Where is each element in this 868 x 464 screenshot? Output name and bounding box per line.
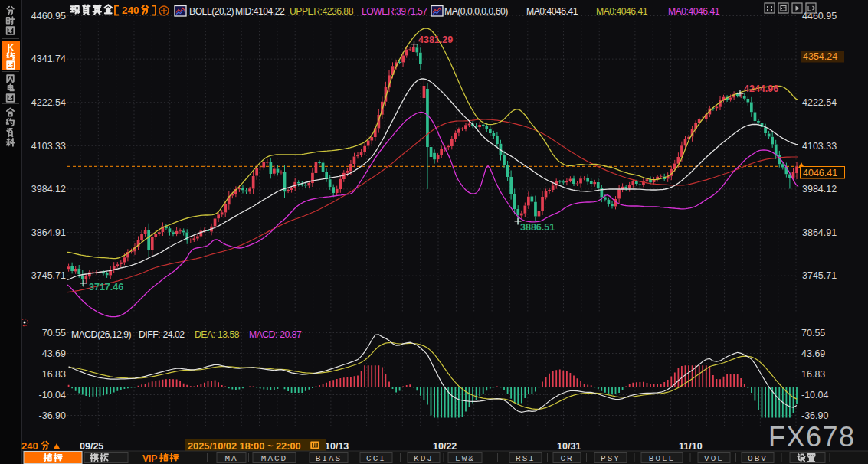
svg-text:4354.24: 4354.24 [803,51,837,62]
svg-text:16.83: 16.83 [801,369,825,380]
svg-text:MACD: MACD [261,454,287,463]
svg-text:4222.54: 4222.54 [802,97,837,108]
svg-text:4046.41: 4046.41 [803,168,837,178]
svg-text:OBV: OBV [748,454,768,463]
svg-text:MA0:4046.41: MA0:4046.41 [668,6,720,17]
svg-text:70.55: 70.55 [42,328,66,338]
svg-text:VOL: VOL [704,454,724,463]
svg-text:RSI: RSI [516,454,536,463]
svg-text:BIAS: BIAS [316,454,342,463]
svg-text:DEA:-13.58: DEA:-13.58 [195,329,240,340]
svg-text:240: 240 [21,440,38,452]
svg-text:-10.04: -10.04 [801,390,828,400]
svg-text:09/25: 09/25 [80,441,103,452]
svg-text:MA(0,0,0,0,0,60): MA(0,0,0,0,0,60) [444,6,508,17]
svg-text:KDJ: KDJ [414,454,434,463]
svg-text:MACD:-20.87: MACD:-20.87 [249,329,302,340]
svg-text:MACD(26,12,9): MACD(26,12,9) [71,329,132,340]
svg-text:MA: MA [224,454,237,463]
svg-text:3745.71: 3745.71 [31,270,66,281]
svg-text:4381.29: 4381.29 [418,34,453,45]
svg-text:-10.04: -10.04 [39,390,66,400]
svg-text:10/31: 10/31 [557,441,581,452]
svg-text:16.83: 16.83 [42,369,66,380]
svg-text:VIP: VIP [142,453,157,464]
svg-text:10/22: 10/22 [433,441,457,452]
svg-text:3864.91: 3864.91 [802,227,837,238]
svg-text:3864.91: 3864.91 [31,227,66,238]
svg-text:3984.12: 3984.12 [802,184,837,194]
svg-text:K: K [8,43,15,52]
svg-text:43.69: 43.69 [801,348,825,359]
svg-text:MA0:4046.41: MA0:4046.41 [596,6,648,17]
svg-text:LOWER:3971.57: LOWER:3971.57 [362,6,427,17]
svg-text:CCI: CCI [366,454,386,463]
svg-text:11/10: 11/10 [679,441,703,452]
svg-text:BOLL: BOLL [649,454,675,463]
svg-text:PSY: PSY [601,454,621,463]
svg-text:CR: CR [560,454,573,463]
svg-text:MID:4104.22: MID:4104.22 [235,6,285,17]
svg-text:DIFF:-24.02: DIFF:-24.02 [139,329,185,340]
svg-text:240: 240 [122,5,139,16]
svg-text:-36.90: -36.90 [801,410,828,421]
svg-text:70.55: 70.55 [801,328,825,338]
svg-text:3886.51: 3886.51 [520,222,555,233]
svg-text:4244.96: 4244.96 [744,83,778,94]
svg-text:3745.71: 3745.71 [802,270,837,281]
svg-text:FX678: FX678 [768,421,856,453]
svg-text:10/13: 10/13 [325,441,349,452]
svg-text:4222.54: 4222.54 [31,97,66,108]
svg-text:3717.46: 3717.46 [89,282,123,292]
svg-text:3984.12: 3984.12 [31,184,66,194]
svg-text:4103.33: 4103.33 [31,141,66,152]
svg-text:UPPER:4236.88: UPPER:4236.88 [290,6,354,17]
svg-text:4103.33: 4103.33 [802,141,837,152]
svg-text:BOLL(20,2): BOLL(20,2) [189,6,234,17]
svg-text:43.69: 43.69 [42,348,66,359]
svg-text:4460.95: 4460.95 [31,11,66,21]
svg-text:-36.90: -36.90 [39,410,66,421]
svg-text:4341.74: 4341.74 [31,54,66,64]
svg-text:MA0:4046.41: MA0:4046.41 [526,6,578,17]
svg-text:2025/10/02 18:00 ~ 22:00: 2025/10/02 18:00 ~ 22:00 [188,440,301,452]
svg-text:LW&: LW& [455,454,475,463]
